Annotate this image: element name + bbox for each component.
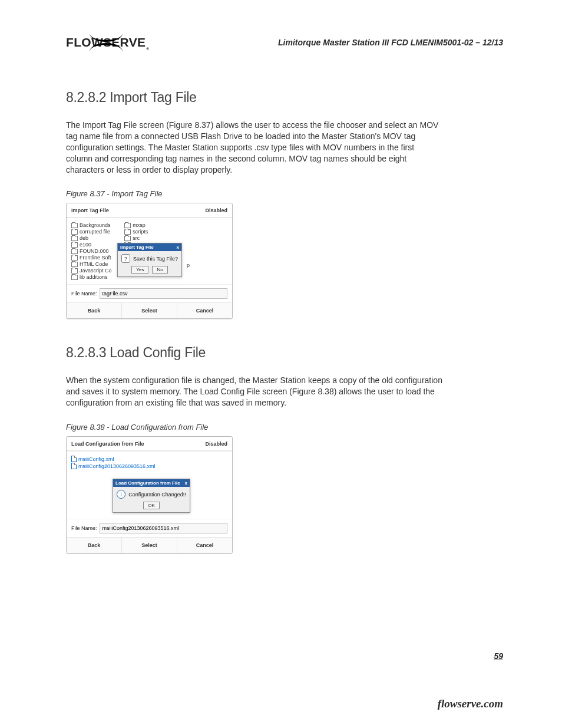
fig2-dialog-title: Load Configuration from File xyxy=(115,480,180,486)
fig2-window: Load Configuration from File Disabled ms… xyxy=(66,436,233,554)
footer-url: flowserve.com xyxy=(438,697,503,710)
fig1-status: Disabled xyxy=(205,207,227,213)
folder-icon xyxy=(71,275,78,280)
figure-caption-2: Figure 8.38 - Load Configuration from Fi… xyxy=(66,423,503,431)
folder-icon xyxy=(71,249,78,254)
fig1-dialog: Import Tag File x ? Save this Tag File? … xyxy=(117,243,182,277)
cancel-button[interactable]: Cancel xyxy=(177,538,232,553)
folder-item[interactable]: Javascript Co xyxy=(71,268,121,274)
section-body-1: The Import Tag File screen (Figure 8.37)… xyxy=(66,120,443,175)
fig2-status: Disabled xyxy=(205,441,227,447)
folder-item[interactable]: e100 xyxy=(71,242,121,248)
folder-icon xyxy=(71,242,78,248)
info-icon: i xyxy=(117,490,125,499)
stray-text: p xyxy=(187,262,190,268)
brand-text: FLOWSERVE xyxy=(66,35,146,49)
fig2-dialog-msg: Configuration Changed!! xyxy=(128,492,186,498)
fig2-filename-input[interactable] xyxy=(100,523,227,533)
fig1-filename-input[interactable] xyxy=(100,288,227,299)
folder-icon xyxy=(71,268,78,274)
fig2-dialog: Load Configuration from File x i Configu… xyxy=(113,479,190,513)
fig1-title: Import Tag File xyxy=(71,207,109,213)
folder-icon xyxy=(124,236,131,241)
section-heading-1: 8.2.8.2 Import Tag File xyxy=(66,90,503,106)
fig1-filename-label: File Name: xyxy=(71,291,97,297)
file-icon xyxy=(71,463,77,469)
folder-icon xyxy=(71,223,78,228)
no-button[interactable]: No xyxy=(152,266,167,274)
fig1-dialog-title: Import Tag File xyxy=(120,245,154,250)
fig2-filename-label: File Name: xyxy=(71,525,97,531)
ok-button[interactable]: OK xyxy=(143,502,160,509)
close-icon[interactable]: x xyxy=(185,480,187,486)
folder-item[interactable]: corrupted file xyxy=(71,229,121,235)
folder-item[interactable]: lib additions xyxy=(71,274,121,280)
file-item[interactable]: msiiiConfig20130626093516.xml xyxy=(71,463,227,469)
folder-item[interactable]: Backgrounds xyxy=(71,222,121,228)
figure-caption-1: Figure 8.37 - Import Tag File xyxy=(66,189,503,198)
folder-item[interactable]: deb xyxy=(71,235,121,241)
folder-icon xyxy=(124,229,131,235)
fig1-dialog-msg: Save this Tag File? xyxy=(133,256,178,262)
folder-item[interactable]: Frontline Soft xyxy=(71,255,121,261)
folder-item[interactable]: scripts xyxy=(124,229,174,235)
folder-icon xyxy=(71,255,78,261)
page-header: FLOWSERVE ® Limitorque Master Station II… xyxy=(66,27,503,58)
folder-icon xyxy=(71,236,78,241)
folder-item[interactable]: FOUND.000 xyxy=(71,248,121,254)
folder-item[interactable]: mxsp xyxy=(124,222,174,228)
flowserve-logo: FLOWSERVE ® xyxy=(66,27,146,58)
close-icon[interactable]: x xyxy=(177,245,179,250)
fig1-file-list: Backgroundscorrupted filedebe100FOUND.00… xyxy=(67,218,232,285)
select-button[interactable]: Select xyxy=(122,303,177,318)
page-number: 59 xyxy=(494,651,503,661)
cancel-button[interactable]: Cancel xyxy=(177,303,232,318)
select-button[interactable]: Select xyxy=(122,538,177,553)
question-icon: ? xyxy=(121,254,130,263)
yes-button[interactable]: Yes xyxy=(131,266,148,274)
folder-icon xyxy=(71,229,78,235)
back-button[interactable]: Back xyxy=(67,303,122,318)
fig2-file-list: msiiiConfig.xmlmsiiiConfig20130626093516… xyxy=(67,451,232,519)
fig2-title: Load Configuration from File xyxy=(71,441,144,447)
section-heading-2: 8.2.8.3 Load Config File xyxy=(66,345,503,361)
folder-item[interactable]: HTML Code xyxy=(71,261,121,267)
fig1-window: Import Tag File Disabled Backgroundscorr… xyxy=(66,203,233,319)
file-item[interactable]: msiiiConfig.xml xyxy=(71,456,227,462)
folder-icon xyxy=(71,262,78,267)
file-icon xyxy=(71,456,77,462)
folder-item[interactable]: src xyxy=(124,235,174,241)
folder-icon xyxy=(124,223,131,228)
back-button[interactable]: Back xyxy=(67,538,122,553)
document-id: Limitorque Master Station III FCD LMENIM… xyxy=(278,38,503,47)
section-body-2: When the system configuration file is ch… xyxy=(66,375,443,409)
